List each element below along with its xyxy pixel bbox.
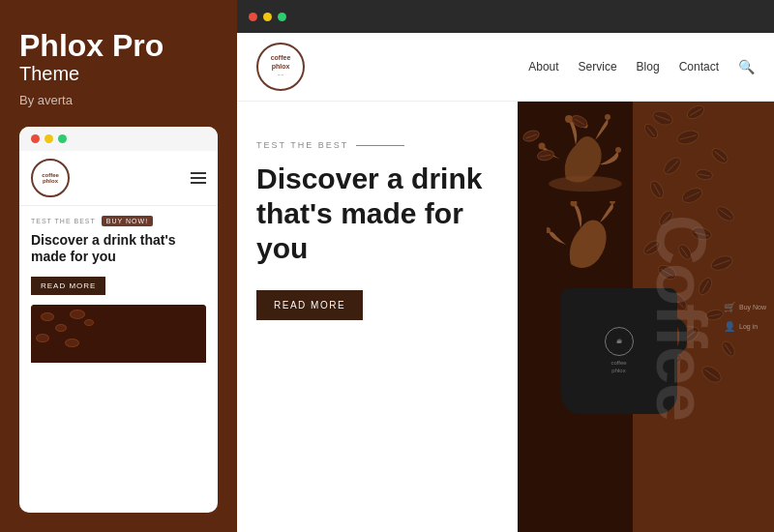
bean-4	[675, 128, 701, 147]
desktop-nav: coffeephlox····· About Service Blog Cont…	[237, 33, 774, 102]
mobile-buy-btn[interactable]: Buy Now!	[102, 216, 153, 226]
bean-7	[695, 168, 714, 182]
bean-9	[679, 185, 705, 206]
hero-test-label: TEST THE BEST	[256, 140, 498, 150]
hero-heading: Discover a drink that's made for you	[256, 162, 498, 266]
mobile-dot-red	[31, 134, 40, 143]
bean-2	[685, 103, 707, 122]
mobile-content: TEST THE BEST Buy Now! Discover a drink …	[19, 206, 218, 513]
bean-22	[720, 339, 738, 359]
main-area: coffeephlox····· About Service Blog Cont…	[237, 0, 774, 532]
browser-dot-red	[249, 13, 257, 21]
mug-logo: ☕ coffee phlox	[605, 327, 634, 375]
test-label-line	[356, 145, 404, 146]
cart-icon: 🛒	[724, 302, 735, 313]
right-sidebar-icons: 🛒 Buy Now 👤 Log in	[724, 302, 766, 333]
sidebar-icon-buynow[interactable]: 🛒 Buy Now	[724, 302, 766, 313]
browser-dot-yellow	[263, 13, 272, 21]
bean-5	[709, 145, 731, 166]
mobile-dot-yellow	[45, 134, 53, 143]
bean-8	[647, 178, 667, 200]
search-icon[interactable]: 🔍	[738, 59, 755, 74]
nav-blog[interactable]: Blog	[637, 60, 660, 74]
mobile-test-label: TEST THE BEST Buy Now!	[31, 216, 206, 226]
mobile-window-controls	[19, 127, 218, 151]
left-sidebar: Phlox Pro Theme By averta coffeephlox TE…	[0, 0, 237, 532]
mobile-dot-green	[58, 134, 67, 143]
nav-contact[interactable]: Contact	[679, 60, 719, 74]
user-icon: 👤	[724, 321, 735, 333]
read-more-button[interactable]: READ MORE	[256, 290, 363, 320]
svg-point-2	[605, 114, 610, 120]
browser-chrome	[237, 0, 774, 33]
hero-section: TEST THE BEST Discover a drink that's ma…	[237, 102, 774, 532]
hero-left: TEST THE BEST Discover a drink that's ma…	[237, 102, 518, 532]
coffee-large-text: Coffee	[641, 214, 721, 419]
svg-point-4	[615, 147, 621, 153]
svg-point-7	[610, 201, 615, 204]
mobile-read-more-btn[interactable]: READ MORE	[31, 277, 105, 295]
nav-service[interactable]: Service	[579, 60, 617, 74]
mug-splash	[547, 201, 634, 274]
bean-6	[661, 154, 685, 178]
svg-point-3	[539, 143, 546, 150]
coffee-background: ☕ coffee phlox Coffee 🛒 B	[518, 102, 774, 532]
mobile-nav: coffeephlox	[19, 151, 218, 206]
mobile-heading: Discover a drink that's made for you	[31, 232, 206, 265]
desktop-logo: coffeephlox·····	[256, 43, 305, 91]
sidebar-icon-login[interactable]: 👤 Log in	[724, 321, 766, 333]
mobile-coffee-image: Coffee	[31, 305, 206, 363]
hamburger-icon[interactable]	[191, 172, 206, 184]
nav-about[interactable]: About	[528, 60, 558, 74]
sidebar-title: Phlox Pro Theme	[19, 29, 218, 93]
browser-dot-green	[278, 13, 286, 21]
sidebar-by: By averta	[19, 93, 218, 107]
mobile-logo: coffeephlox	[31, 159, 70, 197]
nav-links: About Service Blog Contact 🔍	[528, 59, 755, 74]
bean-1	[651, 108, 675, 129]
mobile-preview-card: coffeephlox TEST THE BEST Buy Now! Disco…	[19, 127, 218, 513]
hero-right: ☕ coffee phlox Coffee 🛒 B	[518, 102, 774, 532]
bean-3	[641, 121, 661, 141]
desktop-preview: coffeephlox····· About Service Blog Cont…	[237, 33, 774, 532]
